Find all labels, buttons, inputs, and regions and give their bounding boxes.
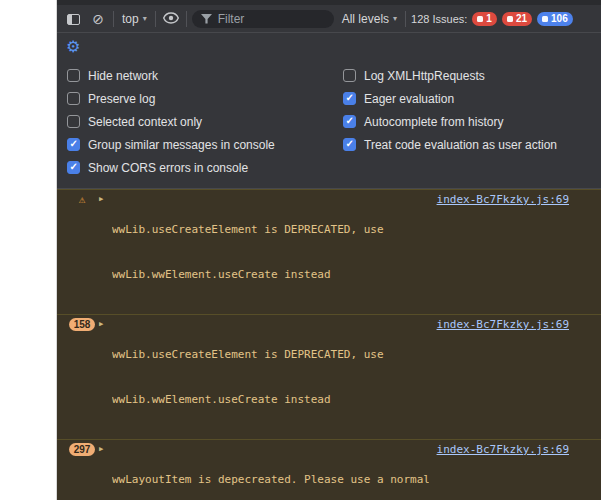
checkbox-label: Selected context only (88, 115, 202, 129)
console-settings-gear-icon[interactable]: ⚙ (66, 39, 80, 55)
checkbox-label: Treat code evaluation as user action (364, 138, 557, 152)
console-message-list: ⚠ ▶ wwLib.useCreateElement is DEPRECATED… (57, 189, 601, 500)
toolbar-divider (155, 11, 156, 27)
message-text: wwLib.useCreateElement is DEPRECATED, us… (112, 192, 429, 312)
checkbox-show-cors-errors[interactable]: Show CORS errors in console (67, 156, 343, 179)
checkbox-label: Log XMLHttpRequests (364, 69, 485, 83)
issue-error-icon (477, 16, 483, 22)
toolbar-divider (405, 11, 406, 27)
checkbox-selected-context-only[interactable]: Selected context only (67, 110, 343, 133)
clear-console-icon[interactable]: ⊘ (88, 9, 108, 29)
message-gutter: ⚠ (65, 192, 99, 207)
issue-info-icon (542, 16, 548, 22)
console-settings-row: ⚙ (57, 33, 601, 60)
checkbox[interactable] (67, 92, 80, 105)
issues-counter[interactable]: 128 Issues: 1 21 106 (411, 12, 573, 26)
context-selector-dropdown[interactable]: top ▾ (119, 12, 150, 26)
message-gutter: 158 (65, 317, 99, 331)
devtools-console-panel: ⊘ top ▾ Filter All levels ▾ 128 Issues: … (57, 0, 601, 500)
expand-caret-icon[interactable]: ▶ (99, 442, 112, 457)
checkbox-eager-evaluation[interactable]: Eager evaluation (343, 87, 601, 110)
repeat-count-badge: 158 (69, 318, 96, 331)
checkbox[interactable] (67, 161, 80, 174)
checkbox-preserve-log[interactable]: Preserve log (67, 87, 343, 110)
checkbox-label: Show CORS errors in console (88, 161, 248, 175)
settings-left-column: Hide network Preserve log Selected conte… (67, 64, 343, 179)
source-link[interactable]: index-Bc7Fkzky.js:69 (437, 442, 569, 457)
log-level-dropdown[interactable]: All levels ▾ (339, 12, 400, 26)
issues-badge-info: 106 (537, 12, 573, 26)
checkbox-label: Preserve log (88, 92, 155, 106)
repeat-count-badge: 297 (69, 443, 96, 456)
checkbox-treat-code-eval-as-user-action[interactable]: Treat code evaluation as user action (343, 133, 601, 156)
checkbox[interactable] (343, 92, 356, 105)
message-text: wwLayoutItem is depecreated. Please use … (112, 442, 429, 500)
checkbox[interactable] (67, 138, 80, 151)
page-background (0, 0, 57, 500)
expand-caret-icon[interactable]: ▶ (99, 317, 112, 332)
checkbox-group-similar-messages[interactable]: Group similar messages in console (67, 133, 343, 156)
message-text: wwLib.useCreateElement is DEPRECATED, us… (112, 317, 429, 437)
console-toolbar: ⊘ top ▾ Filter All levels ▾ 128 Issues: … (57, 5, 601, 33)
source-link[interactable]: index-Bc7Fkzky.js:69 (437, 192, 569, 207)
source-link[interactable]: index-Bc7Fkzky.js:69 (437, 317, 569, 332)
filter-placeholder: Filter (218, 12, 245, 26)
toolbar-divider (186, 11, 187, 27)
checkbox-label: Autocomplete from history (364, 115, 503, 129)
chevron-down-icon: ▾ (393, 14, 397, 23)
warning-icon: ⚠ (79, 193, 86, 207)
console-message-row: ⚠ ▶ wwLib.useCreateElement is DEPRECATED… (57, 189, 601, 315)
checkbox[interactable] (67, 69, 80, 82)
panel-icon (67, 14, 80, 25)
issue-warning-icon (507, 16, 513, 22)
checkbox[interactable] (343, 69, 356, 82)
issues-badge-warning: 21 (502, 12, 532, 26)
console-message-row: 158 ▶ wwLib.useCreateElement is DEPRECAT… (57, 315, 601, 440)
chevron-down-icon: ▾ (143, 14, 147, 23)
checkbox-hide-network[interactable]: Hide network (67, 64, 343, 87)
log-level-value: All levels (342, 12, 389, 26)
checkbox[interactable] (343, 138, 356, 151)
settings-right-column: Log XMLHttpRequests Eager evaluation Aut… (343, 64, 601, 179)
checkbox-autocomplete-from-history[interactable]: Autocomplete from history (343, 110, 601, 133)
toolbar-divider (113, 11, 114, 27)
checkbox[interactable] (343, 115, 356, 128)
checkbox[interactable] (67, 115, 80, 128)
issues-badge-error: 1 (472, 12, 497, 26)
funnel-icon (201, 14, 212, 24)
expand-caret-icon[interactable]: ▶ (99, 192, 112, 207)
live-expression-eye-icon[interactable] (161, 9, 181, 29)
issues-label: 128 Issues: (411, 13, 467, 25)
message-gutter: 297 (65, 442, 99, 456)
console-settings-pane: Hide network Preserve log Selected conte… (57, 60, 601, 189)
checkbox-label: Eager evaluation (364, 92, 454, 106)
filter-input[interactable]: Filter (192, 10, 334, 28)
console-sidebar-toggle-icon[interactable] (63, 9, 83, 29)
context-selector-value: top (122, 12, 139, 26)
checkbox-label: Group similar messages in console (88, 138, 275, 152)
checkbox-label: Hide network (88, 69, 158, 83)
checkbox-log-xmlhttprequests[interactable]: Log XMLHttpRequests (343, 64, 601, 87)
console-message-row: 297 ▶ wwLayoutItem is depecreated. Pleas… (57, 440, 601, 500)
